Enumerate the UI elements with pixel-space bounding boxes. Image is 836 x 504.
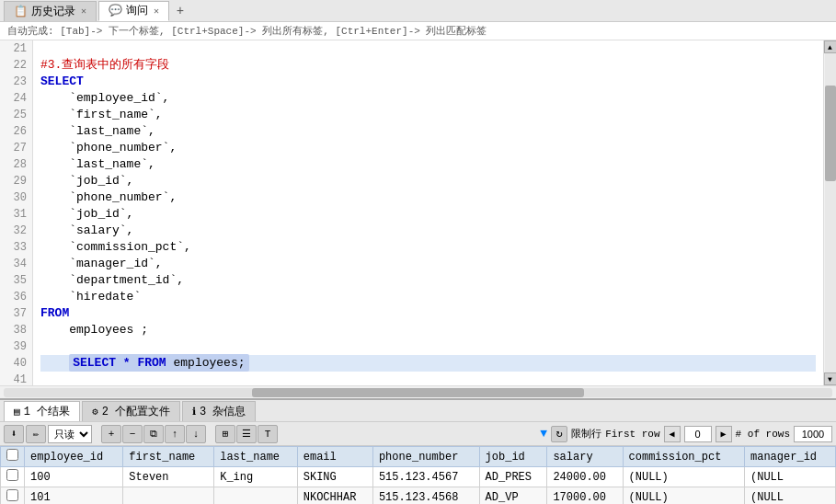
table-cell <box>1 487 25 505</box>
next-page-button[interactable]: ▶ <box>716 426 732 442</box>
tab-query[interactable]: 💬 询问 ✕ <box>98 1 169 21</box>
line-number: 21 <box>6 40 27 57</box>
tab-query-close[interactable]: ✕ <box>154 6 159 17</box>
code-area[interactable]: #3.查询表中的所有字段SELECT `employee_id`, `first… <box>33 40 823 385</box>
code-line <box>40 338 816 355</box>
text-view-button[interactable]: T <box>258 425 278 443</box>
export-button[interactable]: ⬇ <box>4 425 24 443</box>
table-row[interactable]: 100StevenK_ingSKING515.123.4567AD_PRES24… <box>1 467 836 487</box>
misc-icon: ℹ <box>192 406 196 418</box>
scroll-thumb[interactable] <box>825 86 836 181</box>
table-header[interactable]: manager_id <box>745 447 836 467</box>
tab-history-close[interactable]: ✕ <box>81 6 86 17</box>
bottom-tabs: ▤ 1 个结果 ⚙ 2 个配置文件 ℹ 3 杂信息 <box>0 400 836 422</box>
table-cell: 24000.00 <box>547 467 623 487</box>
scroll-up-button[interactable]: ▲ <box>824 40 837 53</box>
history-icon: 📋 <box>14 5 28 18</box>
filter-icon: ▼ <box>540 427 547 441</box>
horizontal-scrollbar[interactable] <box>0 385 836 398</box>
move-down-button[interactable]: ↓ <box>186 425 206 443</box>
tab-results-label: 1 个结果 <box>24 404 70 419</box>
line-numbers: 2122232425262728293031323334353637383940… <box>0 40 33 385</box>
page-input[interactable] <box>684 426 712 442</box>
code-line: `first_name`, <box>40 107 816 123</box>
scroll-down-button[interactable]: ▼ <box>824 372 837 385</box>
duplicate-button[interactable]: ⧉ <box>143 425 164 443</box>
code-line: #3.查询表中的所有字段 <box>40 57 816 74</box>
tab-profiles[interactable]: ⚙ 2 个配置文件 <box>82 401 180 421</box>
results-table-wrap[interactable]: employee_idfirst_namelast_nameemailphone… <box>0 446 836 504</box>
table-header[interactable]: first_name <box>123 447 214 467</box>
line-number: 33 <box>6 239 27 256</box>
add-row-button[interactable]: + <box>101 425 121 443</box>
table-header[interactable]: phone_number <box>372 447 479 467</box>
table-cell: SKING <box>297 467 372 487</box>
title-bar: 📋 历史记录 ✕ 💬 询问 ✕ + <box>0 0 836 22</box>
code-line: SELECT * FROM employees; <box>40 355 816 372</box>
toolbar-group-actions: + − ⧉ ↑ ↓ <box>101 425 206 443</box>
table-cell: (NULL) <box>623 467 744 487</box>
line-number: 34 <box>6 256 27 272</box>
line-number: 29 <box>6 173 27 189</box>
toolbar-group-view: ⊞ ☰ T <box>215 425 278 443</box>
code-line: `job_id`, <box>40 206 816 223</box>
tab-history-label: 历史记录 <box>31 4 75 19</box>
delete-row-button[interactable]: − <box>122 425 143 443</box>
bottom-panel: ▤ 1 个结果 ⚙ 2 个配置文件 ℹ 3 杂信息 ⬇ ✏ 只读 + − ⧉ ↑… <box>0 398 836 504</box>
line-number: 40 <box>6 355 27 372</box>
line-number: 28 <box>6 156 27 173</box>
code-line: `phone_number`, <box>40 189 816 206</box>
editor-wrapper: 2122232425262728293031323334353637383940… <box>0 40 836 385</box>
vertical-scrollbar[interactable]: ▲ ▼ <box>823 40 836 385</box>
grid-view-button[interactable]: ⊞ <box>215 425 235 443</box>
table-header[interactable]: email <box>297 447 372 467</box>
table-cell: NKOCHHAR <box>297 487 372 505</box>
rows-input[interactable] <box>794 426 832 442</box>
move-up-button[interactable]: ↑ <box>165 425 185 443</box>
line-number: 41 <box>6 372 27 385</box>
line-number: 27 <box>6 140 27 156</box>
prev-page-button[interactable]: ◀ <box>664 426 681 442</box>
line-number: 25 <box>6 107 27 123</box>
form-view-button[interactable]: ☰ <box>236 425 257 443</box>
table-cell: K_ing <box>214 467 298 487</box>
line-number: 35 <box>6 272 27 289</box>
code-line: `employee_id`, <box>40 90 816 107</box>
table-header[interactable]: last_name <box>214 447 298 467</box>
code-editor[interactable]: 2122232425262728293031323334353637383940… <box>0 40 823 385</box>
table-row[interactable]: 101NKOCHHAR515.123.4568AD_VP17000.00(NUL… <box>1 487 836 505</box>
tab-results[interactable]: ▤ 1 个结果 <box>4 401 80 421</box>
code-line: SELECT <box>40 74 816 90</box>
code-line: `manager_id`, <box>40 256 816 272</box>
profiles-icon: ⚙ <box>92 406 98 418</box>
hscroll-thumb[interactable] <box>252 388 583 397</box>
edit-mode-select[interactable]: 只读 <box>48 425 92 443</box>
line-number: 37 <box>6 305 27 322</box>
tab-misc[interactable]: ℹ 3 杂信息 <box>182 401 256 421</box>
table-header[interactable]: employee_id <box>25 447 123 467</box>
table-header[interactable] <box>1 447 25 467</box>
code-line: FROM <box>40 305 816 322</box>
line-number: 30 <box>6 189 27 206</box>
code-line: `department_id`, <box>40 272 816 289</box>
tab-history[interactable]: 📋 历史记录 ✕ <box>4 1 97 21</box>
line-number: 26 <box>6 123 27 140</box>
line-number: 31 <box>6 206 27 223</box>
table-cell: (NULL <box>745 487 836 505</box>
table-cell: 515.123.4568 <box>372 487 479 505</box>
line-number: 23 <box>6 74 27 90</box>
row-checkbox[interactable] <box>6 489 18 501</box>
table-header[interactable]: salary <box>547 447 623 467</box>
table-header[interactable]: commission_pct <box>623 447 744 467</box>
row-checkbox[interactable] <box>6 469 18 481</box>
table-cell: 101 <box>25 487 123 505</box>
hint-text: 自动完成: [Tab]-> 下一个标签, [Ctrl+Space]-> 列出所有… <box>7 26 487 37</box>
line-number: 36 <box>6 289 27 305</box>
edit-button[interactable]: ✏ <box>26 425 46 443</box>
table-cell: AD_VP <box>479 487 547 505</box>
table-header[interactable]: job_id <box>479 447 547 467</box>
refresh-button[interactable]: ↻ <box>551 426 567 442</box>
tab-add-button[interactable]: + <box>171 2 189 20</box>
select-all-checkbox[interactable] <box>6 449 18 461</box>
hint-bar: 自动完成: [Tab]-> 下一个标签, [Ctrl+Space]-> 列出所有… <box>0 22 836 40</box>
